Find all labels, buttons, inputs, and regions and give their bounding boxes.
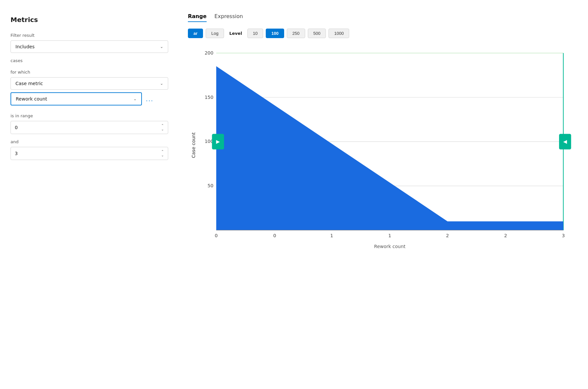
for-which-label: for which [11,70,167,75]
x-tick-3: 3 [562,233,565,238]
x-tick-1b: 1 [388,233,391,238]
and-label: and [11,139,167,144]
spinner-up-icon[interactable]: ⌃ [161,124,164,127]
spinner-down-icon[interactable]: ⌄ [161,128,164,131]
y-tick-50: 50 [208,183,214,188]
range-max-spinner[interactable]: ⌃ ⌄ [161,150,164,157]
filter-result-value: Includes [15,44,34,49]
filter-result-select[interactable]: Includes ⌄ [11,40,168,53]
x-tick-2a: 2 [446,233,449,238]
level-500-button[interactable]: 500 [308,29,326,38]
svg-text:Case count: Case count [191,132,196,158]
chart-wrapper: 200 150 100 50 Case count Case count 0 0… [188,46,577,316]
chevron-down-icon: ⌄ [160,44,163,49]
level-10-button[interactable]: 10 [247,29,263,38]
level-250-button[interactable]: 250 [287,29,305,38]
y-tick-150: 150 [205,95,214,100]
level-label: Level [229,31,242,36]
x-tick-0a: 0 [215,233,218,238]
filter-result-label: Filter result [11,33,167,38]
more-options-button[interactable]: ... [146,96,153,103]
x-tick-0b: 0 [273,233,276,238]
chevron-down-icon: ⌄ [133,97,137,101]
right-panel: Range Expression ar Log Level 10 100 250… [177,8,588,381]
case-metric-value: Case metric [15,81,43,86]
tab-expression[interactable]: Expression [215,13,243,22]
scale-log-button[interactable]: Log [206,29,224,38]
rework-count-select[interactable]: Rework count ⌄ [11,92,142,105]
x-tick-1a: 1 [330,233,333,238]
rework-count-value: Rework count [16,96,47,102]
range-min-input[interactable]: 0 ⌃ ⌄ [11,121,168,134]
left-panel: Metrics Filter result Includes ⌄ cases f… [0,8,177,381]
range-min-spinner[interactable]: ⌃ ⌄ [161,124,164,131]
scale-linear-button[interactable]: ar [188,29,203,38]
tabs-container: Range Expression [188,13,577,22]
range-max-input[interactable]: 3 ⌃ ⌄ [11,147,168,160]
main-chart: 200 150 100 50 Case count Case count 0 0… [188,46,577,315]
spinner-up-icon[interactable]: ⌃ [161,150,164,153]
tab-range[interactable]: Range [188,13,207,22]
case-metric-select[interactable]: Case metric ⌄ [11,77,168,90]
range-min-value: 0 [15,125,18,130]
chart-area-polygon [216,66,563,230]
panel-title: Metrics [11,16,167,24]
range-max-value: 3 [15,151,18,156]
level-100-button[interactable]: 100 [266,29,284,38]
level-1000-button[interactable]: 1000 [328,29,349,38]
controls-row: ar Log Level 10 100 250 500 1000 [188,29,577,38]
is-in-range-label: is in range [11,113,167,118]
x-axis-label: Rework count [374,244,406,249]
x-tick-2b: 2 [504,233,507,238]
y-tick-200: 200 [205,50,214,56]
chevron-down-icon: ⌄ [160,81,163,86]
spinner-down-icon[interactable]: ⌄ [161,154,164,157]
cases-label: cases [11,58,167,63]
left-handle-arrow: ▶ [216,139,220,145]
right-handle-arrow: ◀ [563,139,567,145]
